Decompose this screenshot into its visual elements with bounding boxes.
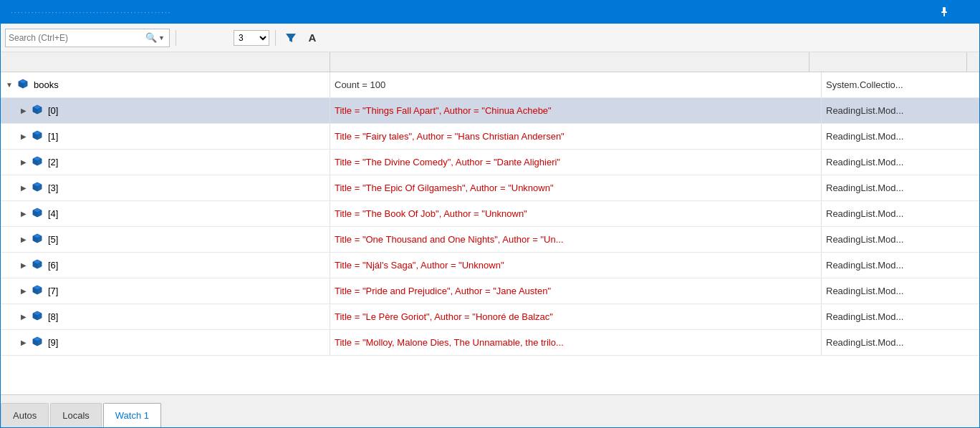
svg-rect-2 <box>943 13 945 16</box>
title-bar-controls <box>915 4 974 21</box>
cube-icon <box>32 259 42 271</box>
cell-type: ReadingList.Mod... <box>822 124 979 149</box>
cell-name: ▶ [9] <box>1 330 330 355</box>
bottom-tab-watch-1[interactable]: Watch 1 <box>103 403 161 427</box>
cube-icon <box>32 104 42 117</box>
cell-type: ReadingList.Mod... <box>822 253 979 278</box>
cell-name: ▶ [4] <box>1 201 330 226</box>
cell-value: Title = "The Divine Comedy", Author = "D… <box>330 150 822 175</box>
expand-button[interactable]: ▶ <box>18 131 29 142</box>
bottom-tabs: AutosLocalsWatch 1 <box>1 394 979 427</box>
row-name-text: [2] <box>48 157 58 167</box>
back-button[interactable] <box>182 29 201 47</box>
cube-icon <box>32 311 42 323</box>
svg-marker-3 <box>286 34 296 42</box>
expand-button[interactable]: ▶ <box>18 234 29 245</box>
search-dropdown-arrow: ▼ <box>158 34 165 42</box>
expand-button[interactable]: ▶ <box>18 183 29 194</box>
cell-value: Title = "The Book Of Job", Author = "Unk… <box>330 201 822 226</box>
cell-name: ▶ [8] <box>1 304 330 329</box>
cell-name: ▶ [2] <box>1 150 330 175</box>
expand-button[interactable]: ▶ <box>18 208 29 220</box>
cell-value: Title = "The Epic Of Gilgamesh", Author … <box>330 175 822 200</box>
table-row[interactable]: ▶ [8]Title = "Le Père Goriot", Author = … <box>1 304 979 330</box>
row-name-text: [8] <box>48 311 58 322</box>
expand-button[interactable]: ▶ <box>18 260 29 271</box>
filter-button[interactable] <box>282 29 300 47</box>
cell-value: Title = "One Thousand and One Nights", A… <box>330 227 822 252</box>
toolbar-separator-2 <box>275 30 276 46</box>
table-row[interactable]: ▶ [5]Title = "One Thousand and One Night… <box>1 227 979 253</box>
search-button[interactable]: 🔍 ▼ <box>144 32 166 43</box>
cell-name: ▶ [1] <box>1 124 330 149</box>
table-row[interactable]: ▶ [6]Title = "Njál's Saga", Author = "Un… <box>1 253 979 278</box>
search-depth-select[interactable]: 3 1 2 4 5 <box>234 30 269 46</box>
cell-type: ReadingList.Mod... <box>822 201 979 226</box>
cell-type: System.Collectio... <box>822 72 979 97</box>
cell-value: Title = "Things Fall Apart", Author = "C… <box>330 98 822 123</box>
cube-icon <box>32 208 42 220</box>
title-bar-dots: ········································… <box>11 9 172 16</box>
cube-icon <box>32 336 42 349</box>
table-row[interactable]: ▶ [4]Title = "The Book Of Job", Author =… <box>1 201 979 227</box>
row-name-text: [3] <box>48 183 58 193</box>
column-header-value <box>330 52 810 72</box>
font-button[interactable]: A <box>303 29 322 47</box>
bottom-tab-autos[interactable]: Autos <box>1 403 49 427</box>
cube-icon <box>32 182 42 194</box>
table-container: ▼ booksCount = 100System.Collectio...▶ [… <box>1 52 979 394</box>
cell-name: ▼ books <box>1 72 330 97</box>
row-name-text: [7] <box>48 286 58 296</box>
expand-button[interactable]: ▶ <box>18 286 29 297</box>
cell-value: Title = "Njál's Saga", Author = "Unknown… <box>330 253 822 278</box>
row-name-text: [6] <box>48 260 58 271</box>
cell-value: Title = "Fairy tales", Author = "Hans Ch… <box>330 124 822 149</box>
svg-rect-1 <box>941 11 947 13</box>
row-name-text: [9] <box>48 337 58 348</box>
cell-type: ReadingList.Mod... <box>822 150 979 175</box>
row-name-text: books <box>34 79 59 90</box>
cell-value: Title = "Le Père Goriot", Author = "Hono… <box>330 304 822 329</box>
search-icon: 🔍 <box>145 32 157 43</box>
expand-button[interactable]: ▶ <box>18 311 29 323</box>
search-input[interactable] <box>9 33 144 43</box>
table-row[interactable]: ▶ [0]Title = "Things Fall Apart", Author… <box>1 98 979 124</box>
expand-button[interactable]: ▶ <box>18 105 29 117</box>
expand-button[interactable]: ▶ <box>18 337 29 349</box>
table-row[interactable]: ▶ [3]Title = "The Epic Of Gilgamesh", Au… <box>1 175 979 201</box>
cell-value: Title = "Molloy, Malone Dies, The Unnama… <box>330 330 822 355</box>
expand-button[interactable]: ▶ <box>18 157 29 168</box>
dropdown-button[interactable] <box>915 4 933 21</box>
table-row[interactable]: ▶ [9]Title = "Molloy, Malone Dies, The U… <box>1 330 979 356</box>
search-box[interactable]: 🔍 ▼ <box>5 29 170 47</box>
expand-button[interactable]: ▼ <box>4 79 15 91</box>
table-row[interactable]: ▶ [7]Title = "Pride and Prejudice", Auth… <box>1 278 979 304</box>
cell-type: ReadingList.Mod... <box>822 175 979 200</box>
cell-name: ▶ [6] <box>1 253 330 278</box>
row-name-text: [1] <box>48 131 58 142</box>
cube-icon <box>18 79 28 91</box>
row-name-text: [5] <box>48 234 58 245</box>
toolbar: 🔍 ▼ 3 1 2 4 5 A <box>1 24 979 52</box>
table-row[interactable]: ▶ [1]Title = "Fairy tales", Author = "Ha… <box>1 124 979 150</box>
table-row[interactable]: ▼ booksCount = 100System.Collectio... <box>1 72 979 98</box>
cell-name: ▶ [7] <box>1 278 330 303</box>
close-button[interactable] <box>955 4 974 21</box>
cell-name: ▶ [5] <box>1 227 330 252</box>
bottom-tab-locals[interactable]: Locals <box>50 403 102 427</box>
cell-type: ReadingList.Mod... <box>822 304 979 329</box>
title-bar-left: ········································… <box>6 9 172 16</box>
pin-button[interactable] <box>935 4 953 21</box>
table-body[interactable]: ▼ booksCount = 100System.Collectio...▶ [… <box>1 72 979 394</box>
toolbar-separator-1 <box>176 30 176 46</box>
forward-button[interactable] <box>203 29 222 47</box>
cell-value: Count = 100 <box>330 72 822 97</box>
cell-name: ▶ [3] <box>1 175 330 200</box>
table-row[interactable]: ▶ [2]Title = "The Divine Comedy", Author… <box>1 150 979 175</box>
cell-type: ReadingList.Mod... <box>822 227 979 252</box>
column-header-type <box>810 52 967 72</box>
title-bar: ········································… <box>1 1 979 24</box>
cube-icon <box>32 130 42 142</box>
table-header <box>1 52 979 72</box>
cell-type: ReadingList.Mod... <box>822 278 979 303</box>
